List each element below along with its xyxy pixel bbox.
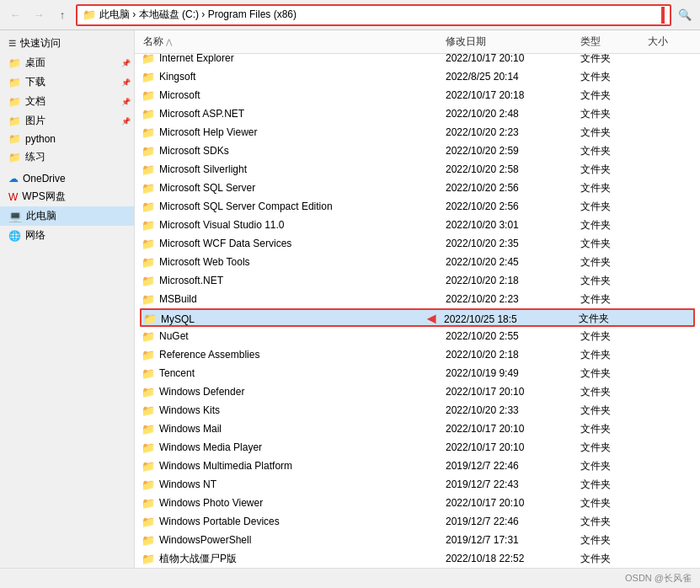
table-row[interactable]: 📁Microsoft.NET2022/10/20 2:18文件夹	[140, 271, 695, 290]
table-row[interactable]: 📁植物大战僵尸P版2022/10/18 22:52文件夹	[140, 549, 695, 568]
table-row[interactable]: 📁Windows NT2019/12/7 22:43文件夹	[140, 475, 695, 494]
table-row[interactable]: 📁MSBuild2022/10/20 2:23文件夹	[140, 290, 695, 308]
file-type-cell: 文件夹	[577, 163, 644, 177]
table-row[interactable]: 📁Windows Multimedia Platform2019/12/7 22…	[140, 457, 695, 475]
table-row[interactable]: 📁Microsoft Help Viewer2022/10/20 2:23文件夹	[140, 123, 695, 142]
search-button[interactable]: 🔍	[675, 5, 695, 25]
file-date-cell: 2022/10/20 3:01	[442, 219, 577, 231]
file-name-cell: 📁Windows Mail	[140, 423, 442, 436]
table-row[interactable]: 📁Tencent2022/10/19 9:49文件夹	[140, 364, 695, 382]
file-name-cell: 📁MSBuild	[140, 293, 442, 306]
folder-icon: 📁	[142, 219, 155, 232]
file-type-cell: 文件夹	[577, 478, 644, 492]
file-date-cell: 2022/10/20 2:18	[442, 349, 577, 361]
folder-icon: 📁	[8, 152, 21, 163]
table-row[interactable]: 📁Kingsoft2022/8/25 20:14文件夹	[140, 67, 695, 86]
table-row[interactable]: 📁MySQL◄2022/10/25 18:5文件夹	[140, 308, 695, 327]
col-modified-header[interactable]: 修改日期	[442, 30, 577, 53]
folder-icon: 📁	[142, 478, 155, 491]
sidebar-item-thispc[interactable]: 💻 此电脑	[0, 206, 134, 226]
file-name-cell: 📁Windows Photo Viewer	[140, 497, 442, 510]
onedrive-icon: ☁	[8, 173, 19, 184]
sidebar: ☰ 快速访问 📁 桌面 📌 📁 下载 📌 📁 文档 📌 📁 图片	[0, 30, 135, 568]
sidebar-item-desktop[interactable]: 📁 桌面 📌	[0, 53, 134, 72]
table-row[interactable]: 📁Microsoft Web Tools2022/10/20 2:45文件夹	[140, 253, 695, 271]
file-date-cell: 2019/12/7 17:31	[442, 534, 577, 546]
forward-button[interactable]: →	[29, 5, 49, 25]
file-name-cell: 📁Internet Explorer	[140, 54, 442, 65]
table-row[interactable]: 📁Windows Photo Viewer2022/10/17 20:10文件夹	[140, 494, 695, 512]
file-type-cell: 文件夹	[577, 422, 644, 436]
file-name-cell: 📁Microsoft SQL Server	[140, 182, 442, 195]
col-type-header[interactable]: 类型	[577, 30, 644, 53]
table-row[interactable]: 📁Windows Portable Devices2019/12/7 22:46…	[140, 512, 695, 531]
file-name-cell: 📁Reference Assemblies	[140, 349, 442, 361]
file-type-cell: 文件夹	[577, 366, 644, 381]
file-name-cell: 📁Microsoft Visual Studio 11.0	[140, 219, 442, 232]
file-date-cell: 2022/10/17 20:10	[442, 423, 577, 435]
folder-icon: 📁	[142, 404, 155, 417]
file-type-cell: 文件夹	[577, 459, 644, 473]
table-row[interactable]: 📁Microsoft Visual Studio 11.02022/10/20 …	[140, 216, 695, 234]
file-name-cell: 📁Microsoft WCF Data Services	[140, 238, 442, 250]
file-name-cell: 📁Windows Portable Devices	[140, 516, 442, 528]
folder-icon: 📁	[142, 54, 155, 65]
sidebar-item-documents[interactable]: 📁 文档 📌	[0, 92, 134, 111]
table-row[interactable]: 📁Internet Explorer2022/10/17 20:10文件夹	[140, 54, 695, 67]
file-date-cell: 2022/10/20 2:35	[442, 238, 577, 249]
sidebar-item-python[interactable]: 📁 python	[0, 131, 134, 147]
file-type-cell: 文件夹	[577, 88, 644, 103]
table-row[interactable]: 📁Windows Media Player2022/10/17 20:10文件夹	[140, 438, 695, 457]
table-row[interactable]: 📁Windows Mail2022/10/17 20:10文件夹	[140, 420, 695, 438]
back-button[interactable]: ←	[5, 5, 25, 25]
file-type-cell: 文件夹	[577, 70, 644, 84]
file-name-cell: 📁植物大战僵尸P版	[140, 552, 442, 566]
sidebar-item-downloads[interactable]: 📁 下载 📌	[0, 72, 134, 92]
file-date-cell: 2022/10/20 2:56	[442, 200, 577, 212]
file-type-cell: 文件夹	[577, 144, 644, 158]
sidebar-item-pictures[interactable]: 📁 图片 📌	[0, 111, 134, 131]
file-type-cell: 文件夹	[577, 329, 644, 344]
table-row[interactable]: 📁WindowsPowerShell2019/12/7 17:31文件夹	[140, 531, 695, 549]
address-bar[interactable]: 📁 此电脑 › 本地磁盘 (C:) › Program Files (x86)	[76, 4, 671, 26]
sidebar-item-wps[interactable]: W WPS网盘	[0, 187, 134, 206]
folder-icon: 📁	[142, 200, 155, 213]
sidebar-item-onedrive[interactable]: ☁ OneDrive	[0, 170, 134, 187]
file-date-cell: 2022/10/20 2:23	[442, 126, 577, 138]
table-row[interactable]: 📁Microsoft2022/10/17 20:18文件夹	[140, 86, 695, 104]
file-date-cell: 2022/10/19 9:49	[442, 367, 577, 379]
file-type-cell: 文件夹	[577, 255, 644, 270]
folder-icon: 📁	[142, 163, 155, 176]
file-date-cell: 2022/10/25 18:5	[441, 313, 575, 325]
watermark: OSDN @长风雀	[625, 572, 692, 585]
table-row[interactable]: 📁Windows Kits2022/10/20 2:33文件夹	[140, 401, 695, 420]
file-type-cell: 文件夹	[577, 292, 644, 307]
sidebar-item-exercise[interactable]: 📁 练习	[0, 147, 134, 167]
file-type-cell: 文件夹	[577, 218, 644, 233]
table-row[interactable]: 📁NuGet2022/10/20 2:55文件夹	[140, 327, 695, 345]
pin-icon: 📌	[121, 59, 131, 67]
table-row[interactable]: 📁Windows Defender2022/10/17 20:10文件夹	[140, 382, 695, 401]
file-type-cell: 文件夹	[577, 515, 644, 529]
file-list[interactable]: 📁Application Verifier2022/10/20 2:54文件夹📁…	[135, 54, 700, 568]
file-date-cell: 2022/10/20 2:48	[442, 108, 577, 120]
table-row[interactable]: 📁Microsoft SQL Server2022/10/20 2:56文件夹	[140, 179, 695, 197]
table-row[interactable]: 📁Microsoft SQL Server Compact Edition202…	[140, 197, 695, 216]
file-date-cell: 2022/10/17 20:10	[442, 386, 577, 398]
file-date-cell: 2022/10/20 2:23	[442, 293, 577, 305]
col-name-header[interactable]: 名称 ⋀	[140, 30, 442, 53]
table-row[interactable]: 📁Reference Assemblies2022/10/20 2:18文件夹	[140, 345, 695, 364]
up-button[interactable]: ↑	[52, 5, 72, 25]
table-row[interactable]: 📁Microsoft WCF Data Services2022/10/20 2…	[140, 234, 695, 253]
folder-icon: 📁	[8, 57, 21, 69]
file-type-cell: 文件夹	[577, 107, 644, 121]
sidebar-item-network[interactable]: 🌐 网络	[0, 226, 134, 245]
table-row[interactable]: 📁Microsoft SDKs2022/10/20 2:59文件夹	[140, 142, 695, 160]
col-size-header[interactable]: 大小	[644, 30, 695, 53]
file-name-cell: 📁Windows Kits	[140, 404, 442, 417]
table-row[interactable]: 📁Microsoft ASP.NET2022/10/20 2:48文件夹	[140, 104, 695, 123]
table-row[interactable]: 📁Microsoft Silverlight2022/10/20 2:58文件夹	[140, 160, 695, 179]
folder-icon: 📁	[142, 367, 155, 380]
folder-icon: 📁	[142, 108, 155, 120]
folder-icon: 📁	[142, 293, 155, 306]
